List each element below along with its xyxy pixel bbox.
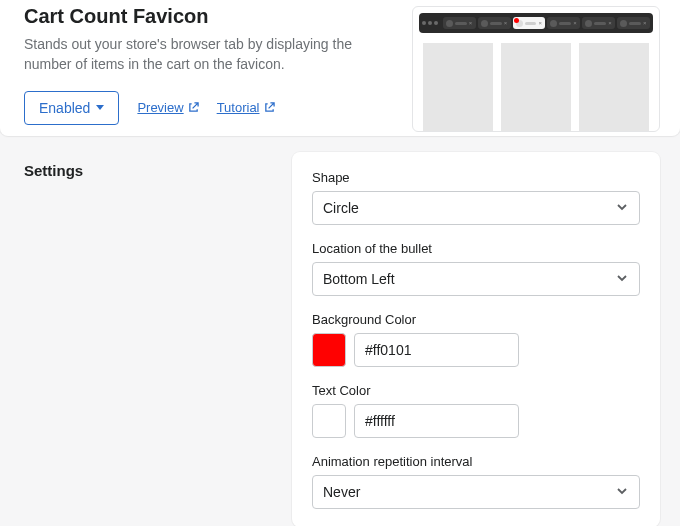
preview-tab: × [478,17,511,29]
field-text-color: Text Color [312,383,640,438]
feature-header-card: Cart Count Favicon Stands out your store… [0,0,680,136]
location-select[interactable]: Bottom Left [312,262,640,296]
tutorial-link-label: Tutorial [217,100,260,115]
preview-window-controls [422,21,438,25]
preview-tab: × [547,17,580,29]
bg-color-swatch[interactable] [312,333,346,367]
external-link-icon [188,102,199,113]
enabled-toggle-button[interactable]: Enabled [24,91,119,125]
preview-link-label: Preview [137,100,183,115]
preview-tab: × [443,17,476,29]
preview-browser-tabbar: × × × × × × [419,13,653,33]
preview-page-body [413,33,659,131]
preview-thumbnail [423,43,493,131]
bg-color-input[interactable] [354,333,519,367]
field-shape: Shape Circle [312,170,640,225]
enabled-label: Enabled [39,100,90,116]
page-description: Stands out your store's browser tab by d… [24,34,384,75]
caret-down-icon [96,105,104,110]
field-animation: Animation repetition interval Never [312,454,640,509]
animation-select[interactable]: Never [312,475,640,509]
preview-link[interactable]: Preview [137,100,198,115]
preview-tab: × [617,17,650,29]
field-location: Location of the bullet Bottom Left [312,241,640,296]
shape-select[interactable]: Circle [312,191,640,225]
external-link-icon [264,102,275,113]
shape-label: Shape [312,170,640,185]
tutorial-link[interactable]: Tutorial [217,100,275,115]
settings-card: Shape Circle Location of the bullet Bott… [292,152,660,526]
text-color-swatch[interactable] [312,404,346,438]
bg-color-label: Background Color [312,312,640,327]
preview-tab-active: × [513,17,546,29]
text-color-label: Text Color [312,383,640,398]
text-color-input[interactable] [354,404,519,438]
settings-heading: Settings [24,152,292,526]
preview-thumbnail [501,43,571,131]
preview-thumbnail [579,43,649,131]
preview-tab: × [582,17,615,29]
favicon-badge-icon [514,18,519,23]
field-bg-color: Background Color [312,312,640,367]
animation-label: Animation repetition interval [312,454,640,469]
location-label: Location of the bullet [312,241,640,256]
favicon-preview-pane: × × × × × × [412,6,660,132]
